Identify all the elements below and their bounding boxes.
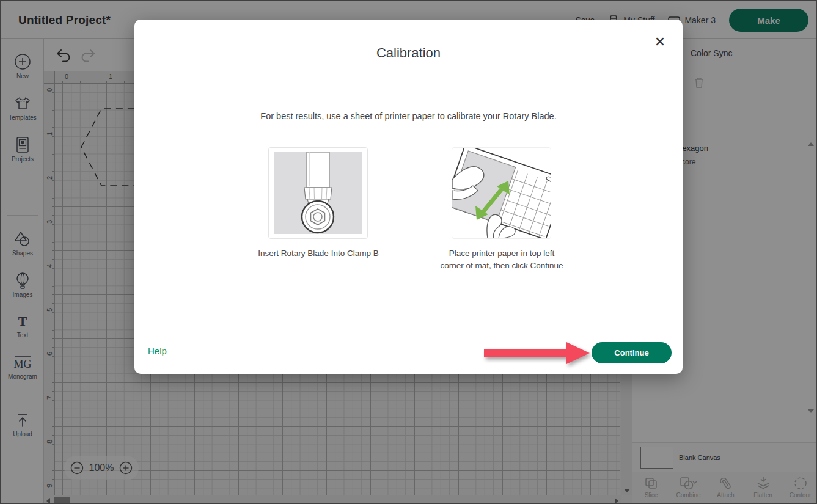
paper-on-mat-figure [452,147,551,239]
rotary-blade-caption: Insert Rotary Blade Into Clamp B [232,247,405,260]
paper-on-mat-illustration [452,148,551,238]
dialog-title: Calibration [134,45,683,61]
rotary-blade-illustration [269,148,367,238]
close-icon[interactable]: ✕ [651,33,669,51]
app-window: Untitled Project* Save My Stuff Maker 3 … [0,0,817,504]
paper-on-mat-caption: Place printer paper in top left corner o… [438,247,565,272]
calibration-dialog: Calibration ✕ For best results, use a sh… [134,20,683,374]
help-link[interactable]: Help [148,346,167,356]
rotary-blade-figure [268,147,368,239]
dialog-instructions: For best results, use a sheet of printer… [134,111,683,121]
continue-button[interactable]: Continue [592,342,672,363]
